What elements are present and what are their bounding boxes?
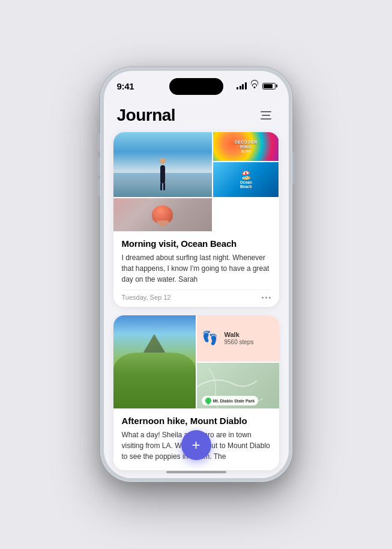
shell-photo [113, 198, 212, 231]
hike-photo [113, 315, 196, 408]
walk-label: Walk [225, 331, 254, 339]
journal-card-ocean-beach[interactable]: DECODERRING SLATE 🏖️ OceanBeach [113, 132, 279, 307]
meadow-shape [113, 353, 196, 408]
walk-widget: 👣 Walk 9560 steps [197, 315, 279, 362]
app-title: Journal [117, 106, 176, 125]
wifi-icon [250, 82, 259, 89]
surfer-figure [158, 158, 167, 185]
decoder-ring-photo: DECODERRING SLATE [213, 132, 279, 161]
card-text-ocean: I dreamed about surfing last night. When… [122, 252, 271, 285]
menu-button[interactable] [256, 106, 276, 125]
phone-screen: 9:41 Journal [104, 71, 289, 478]
card-body-ocean: Morning visit, Ocean Beach I dreamed abo… [113, 231, 279, 307]
map-location-text: Mt. Diablo State Park [213, 399, 255, 403]
hike-photo-grid: 👣 Walk 9560 steps [113, 315, 279, 408]
card-date-ocean: Tuesday, Sep 12 [122, 294, 171, 301]
status-icons [237, 82, 276, 89]
slate-label: SLATE [234, 150, 258, 153]
ocean-beach-photo: 🏖️ OceanBeach [213, 162, 279, 197]
decoder-ring-label: DECODERRING [234, 140, 258, 150]
map-location-badge: Mt. Diablo State Park [202, 396, 259, 405]
map-widget: Mt. Diablo State Park [197, 363, 279, 409]
card-footer-ocean: Tuesday, Sep 12 [122, 290, 271, 301]
dynamic-island [169, 78, 223, 95]
surf-photo [113, 132, 212, 197]
battery-icon [262, 83, 276, 89]
hike-card-title: Afternoon hike, Mount Diablo [122, 416, 271, 426]
photo-grid-ocean: DECODERRING SLATE 🏖️ OceanBeach [113, 132, 279, 231]
card-more-button[interactable] [262, 297, 271, 299]
app-content[interactable]: Journal [104, 101, 289, 478]
app-header: Journal [104, 101, 289, 132]
beach-emoji: 🏖️ [241, 170, 251, 180]
shell-visual [152, 205, 173, 223]
footprint-icon: 👣 [202, 330, 218, 346]
home-indicator [166, 471, 226, 473]
map-pin-icon [204, 396, 212, 405]
ocean-beach-label: OceanBeach [240, 180, 252, 190]
fab-plus-icon: + [191, 438, 200, 452]
card-title-ocean: Morning visit, Ocean Beach [122, 238, 271, 249]
signal-icon [237, 82, 247, 89]
status-time: 9:41 [117, 81, 134, 91]
phone-frame: 9:41 Journal [100, 67, 292, 482]
walk-steps: 9560 steps [225, 339, 254, 345]
new-entry-fab[interactable]: + [181, 430, 211, 460]
